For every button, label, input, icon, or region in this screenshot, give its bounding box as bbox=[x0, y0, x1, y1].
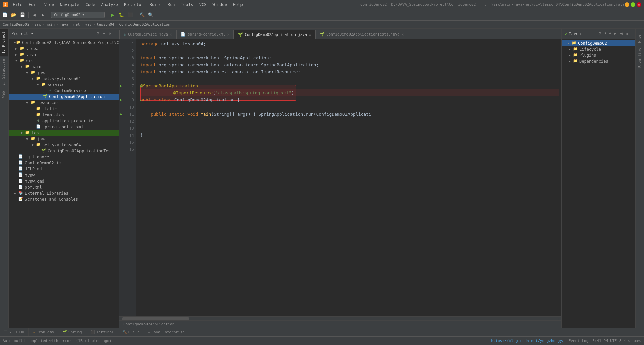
maven-item-dependencies[interactable]: ▶ 📁 Dependencies bbox=[562, 58, 635, 64]
tree-item-app[interactable]: 🌱 ConfigDemo02Application bbox=[9, 94, 119, 100]
horizontal-scrollbar[interactable] bbox=[119, 316, 561, 320]
tree-item-main[interactable]: ▼ 📁 main bbox=[9, 64, 119, 70]
vtab-project[interactable]: 1: Project bbox=[0, 29, 8, 56]
tab-close-app[interactable]: ✕ bbox=[309, 33, 311, 37]
debug-button[interactable]: 🐛 bbox=[118, 11, 125, 19]
tree-item-src[interactable]: ▼ 📁 src bbox=[9, 58, 119, 64]
bottom-tab-todo[interactable]: ☰ 6: TODO bbox=[0, 328, 29, 336]
tree-item-package[interactable]: ▼ 📁 net.yzy.lesson04 bbox=[9, 76, 119, 82]
open-button[interactable]: 📂 bbox=[10, 11, 17, 19]
tab-custom-service[interactable]: ☕ CustomService.java ✕ bbox=[119, 30, 176, 39]
maven-m-icon[interactable]: m bbox=[626, 31, 628, 36]
bottom-tab-problems[interactable]: ⚠ Problems bbox=[29, 328, 58, 336]
tree-item-java[interactable]: ▼ 📁 java bbox=[9, 70, 119, 76]
new-file-button[interactable]: 📄 bbox=[1, 11, 9, 19]
maven-collapse-icon[interactable]: – bbox=[630, 31, 633, 36]
maven-plus-icon[interactable]: + bbox=[609, 31, 612, 36]
tab-close-app-tests[interactable]: ✕ bbox=[402, 32, 404, 36]
maven-item-lifecycle[interactable]: ▶ 📁 Lifecycle bbox=[562, 46, 635, 52]
menu-analyze[interactable]: Analyze bbox=[98, 1, 121, 8]
menu-vcs[interactable]: VCS bbox=[197, 1, 209, 8]
menu-file[interactable]: File bbox=[10, 1, 25, 8]
menu-code[interactable]: Code bbox=[83, 1, 98, 8]
tree-item-static[interactable]: 📁 static bbox=[9, 106, 119, 112]
project-collapse-icon[interactable]: – bbox=[114, 31, 116, 36]
tree-item-mvnw[interactable]: 📄 mvnw bbox=[9, 172, 119, 178]
breadcrumb-item-yzy[interactable]: yzy bbox=[85, 22, 92, 27]
maven-run-icon[interactable]: ▶ bbox=[614, 31, 616, 36]
tree-item-mvn[interactable]: ▶ 📁 .mvn bbox=[9, 52, 119, 58]
forward-button[interactable]: ▶ bbox=[39, 11, 47, 19]
tree-item-iml[interactable]: 📄 ConfigDemo02.iml bbox=[9, 160, 119, 166]
tree-item-custom-service[interactable]: ☕ CustomService bbox=[9, 88, 119, 94]
vtab-web[interactable]: Web bbox=[0, 88, 8, 100]
breadcrumb-item-src[interactable]: src bbox=[34, 22, 41, 27]
vtab-structure[interactable]: 2: Structure bbox=[0, 56, 8, 88]
maven-refresh-icon[interactable]: ⟳ bbox=[599, 31, 602, 36]
menu-tools[interactable]: Tools bbox=[178, 1, 196, 8]
menu-refactor[interactable]: Refactor bbox=[121, 1, 146, 8]
breadcrumb-item-net[interactable]: net bbox=[73, 22, 80, 27]
tree-item-gitignore[interactable]: 📄 .gitignore bbox=[9, 154, 119, 160]
vtab-favorites[interactable]: Favorites bbox=[636, 45, 643, 71]
run-icon-11[interactable]: ▶ bbox=[120, 112, 122, 116]
tree-item-mvnw-cmd[interactable]: 📄 mvnw.cmd bbox=[9, 178, 119, 184]
tree-item-templates[interactable]: 📁 templates bbox=[9, 112, 119, 118]
tab-close-custom-service[interactable]: ✕ bbox=[170, 32, 172, 36]
tree-item-test-java[interactable]: ▼ 📁 java bbox=[9, 136, 119, 142]
save-button[interactable]: 💾 bbox=[19, 11, 26, 19]
stop-button[interactable]: ⬛ bbox=[126, 11, 134, 19]
tree-item-scratches[interactable]: 📝 Scratches and Consoles bbox=[9, 196, 119, 202]
scroll-thumb[interactable] bbox=[122, 317, 189, 320]
build-project-button[interactable]: 🔨 bbox=[138, 11, 146, 19]
menu-view[interactable]: View bbox=[42, 1, 57, 8]
bottom-tab-java-enterprise[interactable]: ☕ Java Enterprise bbox=[144, 328, 189, 336]
tree-item-ext-libs[interactable]: ▶ 📚 External Libraries bbox=[9, 190, 119, 196]
search-button[interactable]: 🔍 bbox=[147, 11, 154, 19]
code-editor[interactable]: 1 2 3 4 5 6 ▶ 7 ◉ ➤ 8 ▶ 9 ▶ bbox=[119, 39, 561, 316]
breadcrumb-item-main[interactable]: main bbox=[46, 22, 55, 27]
tree-item-idea[interactable]: ▶ 📁 .idea bbox=[9, 46, 119, 52]
maven-item-plugins[interactable]: ▶ 📁 Plugins bbox=[562, 52, 635, 58]
maven-item-root[interactable]: ▼ 📁 ConfigDemo02 bbox=[562, 40, 635, 46]
project-gear-icon[interactable]: ⚙ bbox=[109, 31, 111, 36]
menu-run[interactable]: Run bbox=[165, 1, 178, 8]
tree-item-app-properties[interactable]: ⚙ application.properties bbox=[9, 118, 119, 124]
tree-item-pom[interactable]: 📄 pom.xml bbox=[9, 184, 119, 190]
menu-help[interactable]: Help bbox=[230, 1, 246, 8]
maven-skip-icon[interactable]: ⏭ bbox=[619, 31, 623, 36]
vtab-maven[interactable]: Maven bbox=[636, 29, 643, 45]
bottom-tab-terminal[interactable]: ⬛ Terminal bbox=[86, 328, 118, 336]
tree-item-test[interactable]: ▼ 📁 test bbox=[9, 130, 119, 136]
maximize-button[interactable]: □ bbox=[631, 2, 635, 7]
tree-item-resources[interactable]: ▼ 📁 resources bbox=[9, 100, 119, 106]
tab-spring-config[interactable]: 📄 spring-config.xml ✕ bbox=[176, 30, 234, 39]
run-icon-9[interactable]: ▶ bbox=[120, 98, 122, 102]
run-button[interactable]: ▶ bbox=[109, 11, 116, 19]
breadcrumb-item-project[interactable]: ConfigDemo02 bbox=[3, 22, 29, 27]
close-button[interactable]: ✕ bbox=[637, 2, 641, 7]
maven-download-icon[interactable]: ⬇ bbox=[604, 31, 607, 36]
tab-app[interactable]: 🌱 ConfigDemo02Application.java ✕ bbox=[234, 30, 315, 39]
tree-item-test-package[interactable]: ▼ 📁 net.yzy.lesson04 bbox=[9, 142, 119, 148]
tree-item-service[interactable]: ▼ 📁 service bbox=[9, 82, 119, 88]
bottom-tab-spring[interactable]: 🌱 Spring bbox=[58, 328, 86, 336]
tree-item-help[interactable]: 📄 HELP.md bbox=[9, 166, 119, 172]
menu-build[interactable]: Build bbox=[147, 1, 164, 8]
tree-item-app-tests[interactable]: 🌱 ConfigDemo02ApplicationTes bbox=[9, 148, 119, 154]
run-icon-7[interactable]: ▶ bbox=[120, 84, 122, 88]
bottom-tab-build[interactable]: 🔨 Build bbox=[118, 328, 144, 336]
minimize-button[interactable]: – bbox=[625, 2, 629, 7]
menu-navigate[interactable]: Navigate bbox=[57, 1, 82, 8]
breadcrumb-item-java[interactable]: java bbox=[60, 22, 69, 27]
tab-app-tests[interactable]: 🌱 ConfigDemo02ApplicationTests.java ✕ bbox=[315, 30, 408, 39]
back-button[interactable]: ◀ bbox=[31, 11, 38, 19]
tree-item-root[interactable]: ▼ 📁 ConfigDemo02 D:\JAVA_SpringBootProje… bbox=[9, 40, 119, 46]
event-log-button[interactable]: Event Log bbox=[569, 339, 589, 343]
breadcrumb-item-lesson04[interactable]: lesson04 bbox=[97, 22, 114, 27]
code-content-area[interactable]: package net.yzy.lesson04; import org.spr… bbox=[136, 39, 561, 316]
breadcrumb-item-class[interactable]: ConfigDemo02Application bbox=[119, 22, 170, 27]
project-sync-icon[interactable]: ⟳ bbox=[97, 31, 100, 36]
project-settings-icon[interactable]: ≡ bbox=[103, 31, 105, 36]
tab-close-spring-config[interactable]: ✕ bbox=[227, 32, 229, 36]
